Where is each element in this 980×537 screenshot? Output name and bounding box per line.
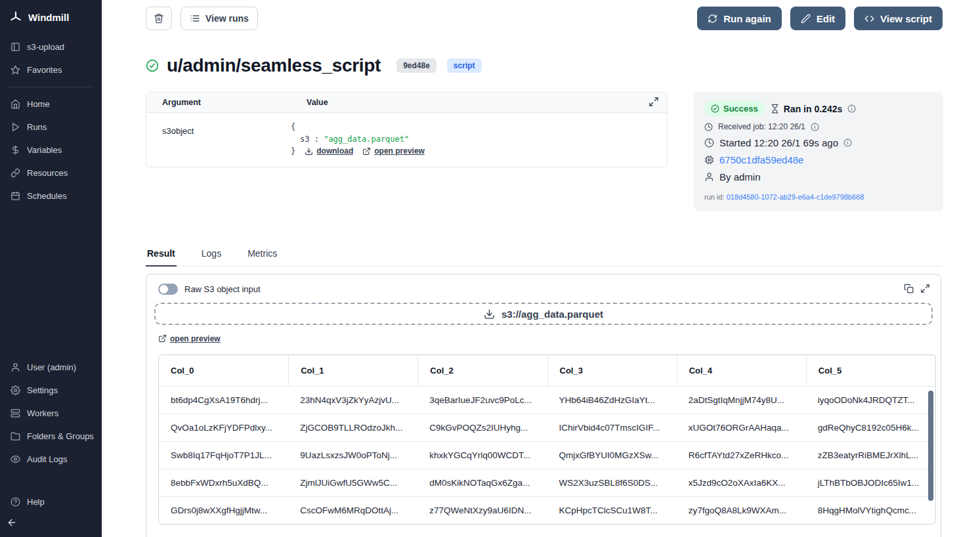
sidebar-divider: [8, 87, 94, 87]
view-script-button[interactable]: View script: [854, 7, 943, 30]
sidebar-item-variables[interactable]: Variables: [0, 139, 102, 161]
raw-s3-toggle[interactable]: [158, 284, 178, 295]
table-cell: 23hN4qxV3jZkYyAzjvU...: [288, 387, 417, 414]
raw-s3-toggle-label: Raw S3 object input: [184, 284, 261, 294]
column-header: Col_4: [677, 355, 806, 386]
sidebar-item-label: Help: [27, 497, 45, 507]
table-cell: R6cfTAYtd27xZeRHkco...: [677, 442, 806, 469]
check-circle-icon: [711, 104, 719, 113]
app-logo[interactable]: Windmill: [0, 0, 102, 35]
tab-metrics[interactable]: Metrics: [246, 244, 278, 267]
grid-icon: [11, 42, 20, 52]
page-header: u/admin/seamless_script 9ed48e script: [102, 30, 980, 76]
sidebar-item-help[interactable]: Help: [0, 490, 102, 513]
sidebar-item-label: Audit Logs: [27, 454, 67, 464]
table-cell: 2aDtSgtIqMnjjM74y8U...: [677, 387, 806, 414]
table-cell: WS2X3uzSBL8f6S0DS...: [547, 469, 677, 496]
brand-label: Windmill: [28, 12, 69, 23]
table-cell: QmjxGfBYUI0MGzXSw...: [547, 442, 677, 469]
sidebar: Windmill s3-upload Favorites Home Runs V…: [0, 0, 102, 537]
table-cell: gdReQhyC8192c05H6k...: [806, 414, 935, 441]
sidebar-item-workers[interactable]: Workers: [0, 402, 102, 425]
s3-file-download[interactable]: s3://agg_data.parquet: [154, 303, 933, 325]
column-header: Col_0: [159, 355, 288, 386]
dollar-icon: [11, 145, 20, 155]
download-icon: [484, 309, 495, 320]
received-job-line: Received job: 12:20 26/1: [704, 122, 933, 131]
table-cell: zy7fgoQ8A8Lk9WXAm...: [677, 497, 806, 524]
triggered-by-line: By admin: [704, 171, 933, 183]
sidebar-item-s3-upload[interactable]: s3-upload: [0, 35, 102, 58]
calendar-icon: [11, 191, 20, 201]
column-header: Col_1: [288, 355, 417, 386]
table-cell: GDrs0j8wXXgfHgjjMtw...: [159, 497, 288, 524]
collapse-sidebar-button[interactable]: [7, 517, 17, 528]
sidebar-spacer: [0, 207, 102, 356]
sidebar-item-home[interactable]: Home: [0, 93, 102, 116]
maximize-icon: [649, 97, 659, 107]
sidebar-item-resources[interactable]: Resources: [0, 161, 102, 184]
open-preview-link[interactable]: open preview: [362, 145, 425, 158]
download-link[interactable]: download: [305, 145, 353, 158]
sidebar-footer: [0, 513, 102, 537]
sidebar-item-favorites[interactable]: Favorites: [0, 58, 102, 81]
pencil-icon: [801, 14, 811, 24]
edit-label: Edit: [817, 13, 835, 24]
run-again-label: Run again: [723, 13, 771, 24]
info-icon[interactable]: [811, 123, 819, 131]
toolbar: View runs Run again Edit View script: [102, 0, 980, 30]
tab-result[interactable]: Result: [146, 244, 177, 267]
copy-icon[interactable]: [904, 284, 914, 293]
column-header: Col_2: [417, 355, 547, 386]
table-cell: IChirVbid4c07TmscIGIF...: [547, 414, 677, 441]
sidebar-item-label: Settings: [27, 385, 58, 395]
table-cell: C9kGvPOQZs2IUHyhg...: [417, 414, 547, 441]
scrollbar-thumb[interactable]: [928, 391, 933, 501]
result-tabs: Result Logs Metrics: [146, 244, 941, 267]
delete-button[interactable]: [146, 7, 172, 30]
table-cell: dM0sKikNOTaqGx6Zga...: [417, 469, 547, 496]
hourglass-icon: [770, 104, 780, 114]
open-preview-link[interactable]: open preview: [158, 334, 221, 343]
worker-id-link[interactable]: 6750c1dfa59ed48e: [719, 154, 803, 165]
run-id-link[interactable]: 018d4580-1072-ab29-e6a4-c1de9798b668: [727, 193, 864, 201]
arguments-table-header: Argument Value: [146, 93, 667, 113]
table-cell: ZjmlJUiGwfU5GWw5C...: [288, 469, 417, 496]
info-icon[interactable]: [847, 104, 856, 113]
expand-arguments-button[interactable]: [649, 97, 659, 110]
sidebar-item-schedules[interactable]: Schedules: [0, 184, 102, 207]
table-header-row: Col_0 Col_1 Col_2 Col_3 Col_4 Col_5: [159, 355, 935, 386]
argument-value-json: { s3 : "agg_data.parquet" } download: [291, 113, 667, 167]
eye-icon: [11, 454, 20, 464]
argument-row: s3object { s3 : "agg_data.parquet" } dow…: [146, 113, 667, 167]
sidebar-item-user-admin[interactable]: User (admin): [0, 356, 102, 379]
code-icon: [864, 14, 874, 24]
maximize-icon[interactable]: [920, 284, 930, 293]
table-row: GDrs0j8wXXgfHgjjMtw... CscOFwM6MRqDOttAj…: [159, 496, 935, 524]
raw-s3-toggle-row: Raw S3 object input: [154, 284, 933, 295]
argument-name: s3object: [146, 113, 291, 167]
run-overview: Argument Value s3object { s3 : "agg_data…: [102, 76, 980, 211]
table-cell: bt6dp4CgXsA19T6hdrj...: [159, 387, 288, 414]
sidebar-item-settings[interactable]: Settings: [0, 379, 102, 402]
sidebar-item-label: Schedules: [27, 191, 67, 201]
edit-button[interactable]: Edit: [790, 7, 845, 30]
folder-icon: [11, 431, 20, 441]
info-icon[interactable]: [843, 139, 852, 147]
sidebar-item-folders-groups[interactable]: Folders & Groups: [0, 425, 102, 448]
sidebar-item-runs[interactable]: Runs: [0, 116, 102, 139]
user-icon: [11, 362, 20, 372]
run-status-panel: Success Ran in 0.242s Received job: 12:2…: [694, 92, 943, 211]
table-scrollbar: [928, 389, 934, 525]
sidebar-item-label: Variables: [27, 145, 62, 155]
s3-file-path: s3://agg_data.parquet: [501, 309, 603, 320]
clock-icon: [704, 123, 713, 131]
tab-logs[interactable]: Logs: [200, 244, 223, 267]
list-icon: [190, 13, 200, 24]
run-again-button[interactable]: Run again: [697, 7, 782, 30]
run-duration: Ran in 0.242s: [770, 104, 843, 114]
table-cell: 9UazLsxzsJW0oPToNj...: [288, 442, 417, 469]
sidebar-item-audit-logs[interactable]: Audit Logs: [0, 448, 102, 471]
view-runs-button[interactable]: View runs: [181, 7, 258, 30]
table-cell: YHb64iB46ZdHzGIaYt...: [547, 387, 677, 414]
